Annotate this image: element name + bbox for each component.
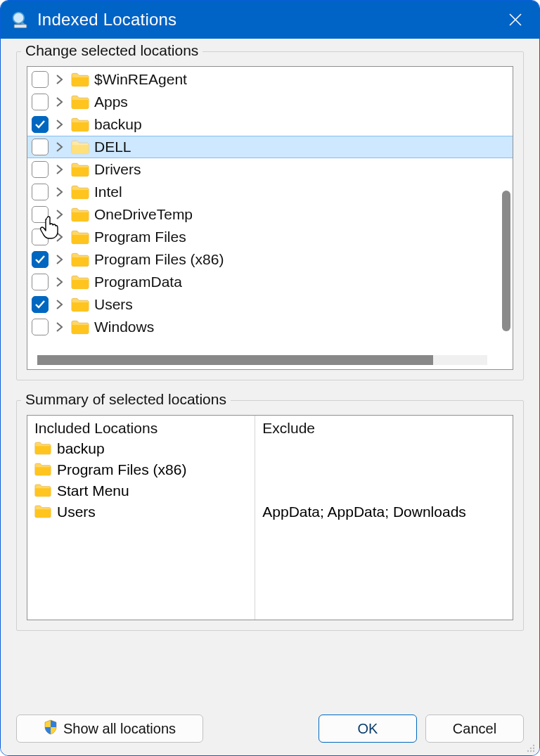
cancel-button[interactable]: Cancel — [425, 715, 524, 743]
folder-icon — [71, 184, 89, 200]
summary-item-label: Users — [57, 504, 96, 520]
horizontal-scrollbar[interactable] — [37, 355, 487, 365]
indexed-locations-dialog: Indexed Locations Change selected locati… — [0, 0, 540, 756]
button-row: Show all locations OK Cancel — [16, 715, 524, 743]
svg-point-9 — [530, 750, 532, 752]
tree-row-label: Program Files — [94, 229, 186, 245]
ok-button[interactable]: OK — [319, 715, 417, 743]
tree-row[interactable]: Intel — [27, 181, 513, 203]
folder-icon — [34, 462, 53, 478]
tree-row-label: Users — [94, 296, 133, 313]
summary-table: Included Locations backupProgram Files (… — [27, 415, 513, 620]
summary-included-item[interactable]: Start Menu — [34, 480, 248, 501]
folder-icon — [71, 252, 89, 267]
chevron-right-icon[interactable] — [53, 73, 66, 86]
location-checkbox[interactable] — [32, 116, 49, 133]
tree-row[interactable]: Windows — [27, 316, 513, 338]
location-checkbox[interactable] — [32, 206, 49, 223]
summary-item-label: backup — [57, 440, 105, 457]
cancel-label: Cancel — [453, 721, 496, 737]
location-checkbox[interactable] — [32, 161, 49, 178]
summary-included-item[interactable]: Users — [34, 501, 248, 523]
tree-row-label: Program Files (x86) — [94, 251, 224, 268]
folder-icon — [71, 94, 89, 110]
chevron-right-icon[interactable] — [53, 118, 66, 131]
tree-row[interactable]: Program Files — [27, 226, 513, 248]
svg-point-5 — [533, 745, 534, 746]
svg-point-10 — [533, 750, 534, 752]
chevron-right-icon[interactable] — [53, 96, 66, 108]
location-checkbox[interactable] — [32, 296, 49, 313]
tree-row-label: DELL — [94, 139, 131, 155]
change-locations-label: Change selected locations — [21, 42, 202, 59]
folder-icon — [71, 274, 89, 290]
tree-row[interactable]: $WinREAgent — [27, 68, 513, 91]
summary-included-item[interactable]: backup — [34, 438, 248, 459]
close-button[interactable] — [499, 3, 532, 37]
svg-point-8 — [527, 750, 529, 752]
location-checkbox[interactable] — [32, 229, 49, 245]
titlebar: Indexed Locations — [1, 1, 539, 39]
summary-included-item[interactable]: Program Files (x86) — [34, 459, 248, 480]
tree-row[interactable]: Drivers — [27, 158, 513, 181]
tree-row[interactable]: DELL — [27, 136, 513, 158]
folder-icon — [71, 207, 89, 222]
tree-row-label: Intel — [94, 184, 122, 200]
summary-group: Summary of selected locations Included L… — [16, 400, 524, 631]
folder-icon — [34, 483, 53, 499]
summary-included-column: Included Locations backupProgram Files (… — [27, 416, 255, 620]
summary-exclude-column: Exclude AppData; AppData; Downloads — [255, 416, 513, 620]
folder-icon — [71, 229, 89, 245]
location-checkbox[interactable] — [32, 319, 49, 335]
horizontal-scrollbar-thumb[interactable] — [37, 355, 433, 365]
tree-row-label: $WinREAgent — [94, 71, 187, 88]
tree-row[interactable]: ProgramData — [27, 271, 513, 293]
folder-icon — [71, 139, 89, 155]
tree-row[interactable]: backup — [27, 113, 513, 136]
summary-exclude-item — [262, 438, 506, 459]
shield-icon — [44, 719, 58, 738]
tree-row[interactable]: OneDriveTemp — [27, 203, 513, 226]
location-checkbox[interactable] — [32, 251, 49, 268]
indexing-options-icon — [11, 10, 30, 30]
chevron-right-icon[interactable] — [53, 231, 66, 243]
chevron-right-icon[interactable] — [53, 163, 66, 176]
folder-icon — [71, 72, 89, 87]
folder-icon — [71, 117, 89, 132]
chevron-right-icon[interactable] — [53, 321, 66, 333]
summary-item-label: Program Files (x86) — [57, 461, 186, 478]
vertical-scrollbar-thumb[interactable] — [502, 191, 510, 331]
svg-point-6 — [530, 748, 532, 749]
chevron-right-icon[interactable] — [53, 298, 66, 311]
chevron-right-icon[interactable] — [53, 208, 66, 221]
chevron-right-icon[interactable] — [53, 276, 66, 288]
chevron-right-icon[interactable] — [53, 253, 66, 266]
tree-row-label: backup — [94, 116, 142, 133]
chevron-right-icon[interactable] — [53, 186, 66, 198]
folder-icon — [71, 162, 89, 177]
location-checkbox[interactable] — [32, 139, 49, 155]
tree-row[interactable]: Program Files (x86) — [27, 248, 513, 271]
tree-row[interactable]: Users — [27, 293, 513, 316]
tree-row-label: Windows — [94, 319, 154, 335]
show-all-locations-label: Show all locations — [63, 721, 176, 737]
window-title: Indexed Locations — [37, 10, 499, 30]
location-checkbox[interactable] — [32, 184, 49, 200]
folder-icon — [71, 319, 89, 335]
locations-tree[interactable]: $WinREAgentAppsbackupDELLDriversIntelOne… — [27, 66, 513, 370]
tree-row-label: Drivers — [94, 161, 141, 178]
location-checkbox[interactable] — [32, 71, 49, 88]
tree-row-label: ProgramData — [94, 274, 182, 290]
dialog-body: Change selected locations $WinREAgentApp… — [1, 39, 539, 755]
show-all-locations-button[interactable]: Show all locations — [16, 715, 203, 743]
resize-grip-icon[interactable] — [524, 740, 535, 751]
tree-row[interactable]: Apps — [27, 91, 513, 113]
summary-exclude-item — [262, 459, 506, 480]
summary-exclude-item — [262, 480, 506, 501]
chevron-right-icon[interactable] — [53, 141, 66, 153]
location-checkbox[interactable] — [32, 274, 49, 290]
location-checkbox[interactable] — [32, 94, 49, 110]
svg-rect-2 — [14, 25, 27, 27]
svg-point-0 — [13, 13, 25, 24]
exclude-header: Exclude — [262, 420, 506, 437]
